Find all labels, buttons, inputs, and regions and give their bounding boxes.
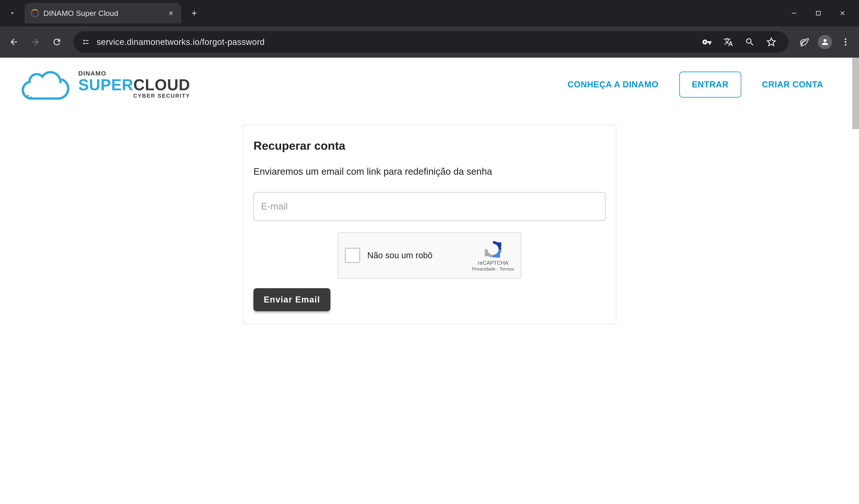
window-maximize-button[interactable]	[808, 5, 829, 22]
login-button[interactable]: ENTRAR	[679, 72, 741, 98]
recaptcha-checkbox[interactable]	[345, 248, 360, 263]
logo-tagline: CYBER SECURITY	[78, 93, 190, 99]
browser-toolbar: service.dinamonetworks.io/forgot-passwor…	[0, 26, 859, 58]
site-header: DINAMO SUPERCLOUD CYBER SECURITY CONHEÇA…	[0, 58, 859, 111]
card-title: Recuperar conta	[254, 139, 605, 152]
site-settings-button[interactable]	[81, 37, 90, 46]
logo[interactable]: DINAMO SUPERCLOUD CYBER SECURITY	[16, 66, 190, 102]
translate-icon[interactable]	[719, 33, 737, 51]
cloud-icon	[16, 66, 72, 102]
window-minimize-button[interactable]	[784, 5, 804, 22]
svg-point-4	[83, 43, 85, 44]
window-controls	[784, 5, 859, 22]
recaptcha-logo-icon	[483, 239, 503, 259]
password-key-icon[interactable]	[698, 33, 716, 51]
url-text: service.dinamonetworks.io/forgot-passwor…	[97, 37, 265, 47]
svg-point-10	[30, 96, 32, 98]
recover-account-card: Recuperar conta Enviaremos um email com …	[243, 125, 616, 324]
back-button[interactable]	[4, 33, 23, 51]
header-nav: CONHEÇA A DINAMO ENTRAR CRIAR CONTA	[568, 72, 823, 98]
browser-tab-active[interactable]: DINAMO Super Cloud	[25, 3, 181, 23]
menu-kebab-icon[interactable]	[837, 33, 855, 51]
svg-point-2	[83, 40, 85, 41]
recaptcha-links: Privacidade - Termos	[472, 267, 514, 272]
card-description: Enviaremos um email com link para redefi…	[254, 166, 605, 177]
email-input[interactable]	[254, 192, 605, 221]
recaptcha-terms-link[interactable]: Termos	[499, 267, 514, 271]
forward-button[interactable]	[26, 33, 45, 51]
recaptcha-widget: Não sou um robô reCAPTCHA Privacidade - …	[338, 232, 521, 278]
send-email-button[interactable]: Enviar Email	[254, 288, 330, 311]
svg-point-11	[34, 97, 36, 99]
svg-rect-5	[86, 43, 88, 44]
reload-button[interactable]	[47, 33, 66, 51]
svg-rect-3	[86, 40, 88, 41]
recaptcha-brand: reCAPTCHA Privacidade - Termos	[472, 239, 514, 272]
svg-point-12	[39, 98, 40, 99]
recaptcha-label: Não sou um robô	[367, 251, 465, 260]
window-close-button[interactable]	[832, 5, 853, 22]
tab-search-button[interactable]	[4, 5, 20, 21]
tab-strip: DINAMO Super Cloud	[0, 0, 859, 26]
svg-point-7	[845, 41, 846, 43]
nav-link-conheca[interactable]: CONHEÇA A DINAMO	[568, 80, 659, 89]
tab-close-button[interactable]	[167, 9, 175, 17]
svg-point-8	[845, 44, 846, 46]
recaptcha-privacy-link[interactable]: Privacidade	[472, 267, 496, 271]
svg-rect-0	[792, 13, 796, 14]
svg-point-9	[27, 95, 29, 96]
tab-title: DINAMO Super Cloud	[43, 9, 162, 18]
svg-point-6	[845, 38, 846, 40]
address-bar[interactable]: service.dinamonetworks.io/forgot-passwor…	[73, 31, 788, 53]
scrollbar-thumb[interactable]	[852, 58, 859, 129]
new-tab-button[interactable]	[186, 5, 202, 21]
svg-rect-1	[816, 11, 820, 15]
loading-spinner-icon	[31, 9, 39, 17]
logo-product-line: SUPERCLOUD	[78, 77, 190, 93]
nav-link-criar-conta[interactable]: CRIAR CONTA	[762, 80, 823, 89]
browser-chrome: DINAMO Super Cloud	[0, 0, 859, 58]
logo-text: DINAMO SUPERCLOUD CYBER SECURITY	[78, 70, 190, 99]
zoom-icon[interactable]	[741, 33, 759, 51]
page-content: DINAMO SUPERCLOUD CYBER SECURITY CONHEÇA…	[0, 58, 859, 504]
profile-button[interactable]	[816, 33, 834, 51]
leaf-icon[interactable]	[796, 33, 813, 51]
bookmark-star-icon[interactable]	[762, 33, 780, 51]
recaptcha-brand-name: reCAPTCHA	[478, 260, 508, 266]
